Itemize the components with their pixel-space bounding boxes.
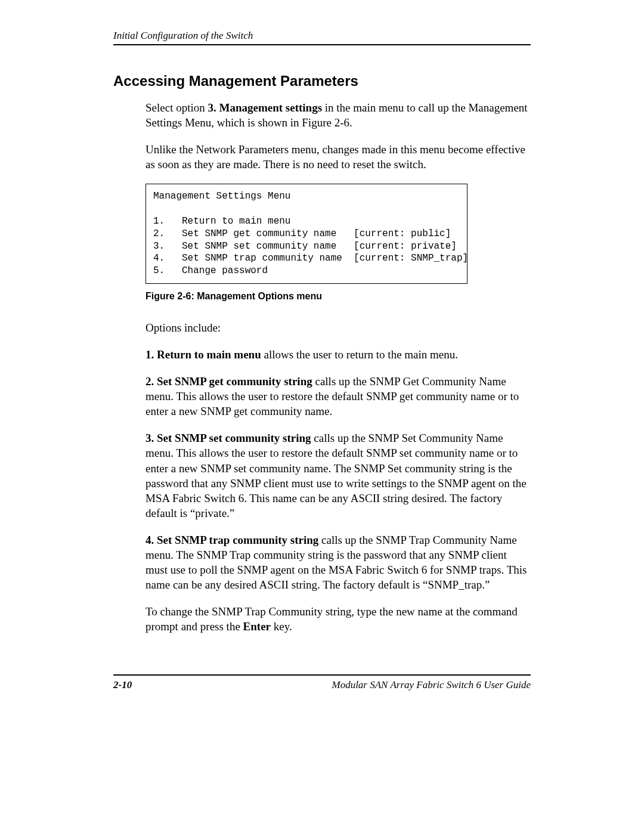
- change-post: key.: [271, 620, 292, 633]
- figure-caption: Figure 2-6: Management Options menu: [145, 290, 531, 302]
- change-pre: To change the SNMP Trap Community string…: [145, 605, 518, 633]
- intro-p1-pre: Select option: [145, 101, 208, 114]
- menu-line-2: 2. Set SNMP get community name [current:…: [153, 228, 451, 239]
- option-2-bold: 2. Set SNMP get community string: [145, 375, 312, 388]
- body-content: Select option 3. Management settings in …: [145, 100, 531, 634]
- option-3-rest: calls up the SNMP Set Community Name men…: [145, 432, 527, 519]
- running-head: Initial Configuration of the Switch: [113, 30, 531, 42]
- document-page: Initial Configuration of the Switch Acce…: [0, 0, 644, 691]
- option-4: 4. Set SNMP trap community string calls …: [145, 532, 531, 592]
- menu-line-3: 3. Set SNMP set community name [current:…: [153, 241, 457, 252]
- section-title: Accessing Management Parameters: [113, 73, 531, 89]
- option-1: 1. Return to main menu allows the user t…: [145, 347, 531, 362]
- document-title: Modular SAN Array Fabric Switch 6 User G…: [332, 679, 531, 691]
- change-instruction: To change the SNMP Trap Community string…: [145, 604, 531, 634]
- page-footer: 2-10 Modular SAN Array Fabric Switch 6 U…: [113, 674, 531, 691]
- option-4-bold: 4. Set SNMP trap community string: [145, 534, 318, 546]
- menu-line-4: 4. Set SNMP trap community name [current…: [153, 253, 468, 264]
- options-lead: Options include:: [145, 320, 531, 335]
- menu-line-1: 1. Return to main menu: [153, 216, 290, 227]
- option-1-rest: allows the user to return to the main me…: [261, 348, 458, 361]
- option-2: 2. Set SNMP get community string calls u…: [145, 374, 531, 419]
- option-3: 3. Set SNMP set community string calls u…: [145, 431, 531, 520]
- option-3-bold: 3. Set SNMP set community string: [145, 432, 311, 444]
- header-rule: [113, 44, 531, 45]
- intro-paragraph-2: Unlike the Network Parameters menu, chan…: [145, 142, 531, 172]
- menu-title: Management Settings Menu: [153, 191, 290, 202]
- change-bold: Enter: [243, 620, 271, 633]
- management-settings-menu: Management Settings Menu 1. Return to ma…: [145, 184, 467, 284]
- option-1-bold: 1. Return to main menu: [145, 348, 261, 361]
- intro-p1-bold: 3. Management settings: [208, 101, 322, 114]
- intro-paragraph-1: Select option 3. Management settings in …: [145, 100, 531, 130]
- page-number: 2-10: [113, 679, 132, 691]
- menu-line-5: 5. Change password: [153, 265, 268, 276]
